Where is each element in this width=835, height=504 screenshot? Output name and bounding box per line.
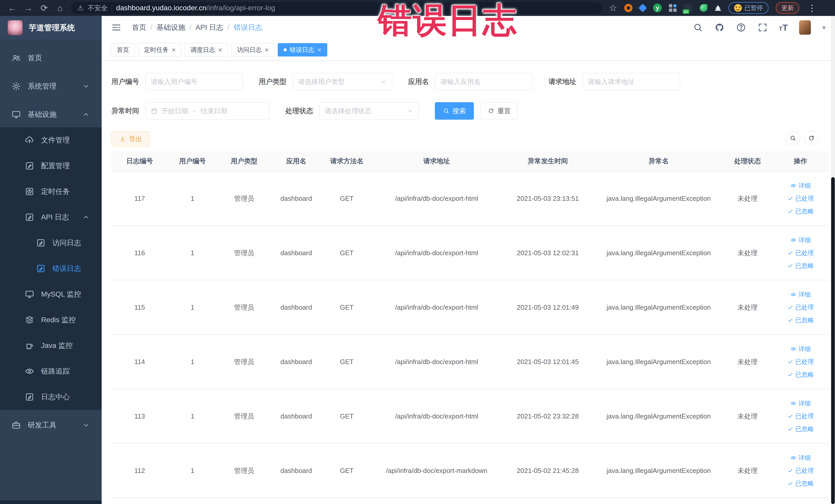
search-button[interactable]: 搜索 [435, 102, 474, 120]
user-avatar[interactable] [799, 20, 811, 35]
reset-button[interactable]: 重置 [481, 102, 518, 120]
chevron-down-icon[interactable]: ▾ [822, 23, 826, 32]
mark-processed-link[interactable]: 已处理 [787, 412, 814, 420]
close-icon[interactable]: × [172, 46, 176, 53]
tab[interactable]: 定时任务 × [138, 43, 182, 57]
cell-method: GET [321, 172, 372, 225]
check-icon [787, 250, 793, 256]
sidebar-item[interactable]: 首页 [0, 45, 102, 71]
mark-processed-link[interactable]: 已处理 [787, 249, 814, 257]
cell-user-id: 1 [168, 389, 217, 443]
sidebar-item[interactable]: 研发工具 [0, 412, 102, 438]
detail-link[interactable]: 详细 [790, 399, 811, 407]
sidebar-item[interactable]: Java 监控 [0, 333, 102, 358]
extension-target-icon[interactable] [624, 4, 632, 12]
tab[interactable]: 访问日志 × [231, 43, 274, 57]
breadcrumb-item[interactable]: 首页 / [132, 23, 152, 32]
process-status-select[interactable]: 请选择处理状态 [319, 102, 419, 120]
sidebar-item[interactable]: Redis 监控 [0, 307, 102, 333]
tab[interactable]: 首页 [111, 43, 135, 57]
refresh-table-button[interactable] [804, 131, 819, 145]
detail-link[interactable]: 详细 [790, 182, 811, 190]
close-icon[interactable]: × [265, 46, 268, 53]
browser-forward-button[interactable]: → [22, 3, 35, 13]
sidebar-item[interactable]: 定时任务 [0, 179, 102, 204]
hamburger-icon[interactable] [111, 22, 122, 33]
mark-processed-link[interactable]: 已处理 [787, 466, 814, 475]
sidebar-item[interactable]: 配置管理 [0, 153, 102, 179]
cell-process-status: 未处理 [723, 280, 772, 334]
browser-home-button[interactable]: ⌂ [54, 3, 67, 13]
user-id-input[interactable]: 请输入用户编号 [145, 73, 243, 90]
sidebar: 芋道管理系统 首页 系统管理 基础设施 文件管理 配置管理 定时任务 API 日… [0, 16, 102, 504]
cell-exception-name: java.lang.IllegalArgumentException [594, 226, 723, 280]
cell-log-id: 113 [111, 389, 168, 443]
browser-update-button[interactable]: 更新 [776, 2, 799, 14]
exception-time-range-picker[interactable]: 开始日期 - 结束日期 [145, 102, 269, 120]
error-log-table: 日志编号 用户编号 用户类型 应用名 请求方法名 请求地址 异常发生时间 异常名… [111, 151, 829, 498]
app-logo[interactable]: 芋道管理系统 [0, 16, 102, 40]
detail-link[interactable]: 详细 [790, 454, 811, 462]
people-icon [11, 53, 21, 63]
adblock-extension-icon[interactable]: on [684, 4, 693, 12]
mark-ignored-link[interactable]: 已忽略 [787, 425, 814, 433]
user-type-select[interactable]: 请选择用户类型 [292, 73, 392, 90]
sidebar-item[interactable]: 错误日志 [0, 256, 102, 281]
app-name-input[interactable]: 请输入应用名 [435, 73, 533, 90]
request-url-input[interactable]: 请输入请求地址 [583, 73, 680, 90]
mark-ignored-link[interactable]: 已忽略 [787, 370, 814, 379]
extension-y-icon[interactable]: y [653, 4, 662, 12]
cell-actions: 详细 已处理 已忽略 [772, 444, 829, 498]
mark-processed-link[interactable]: 已处理 [787, 303, 814, 311]
breadcrumb-item[interactable]: 错误日志 [233, 23, 262, 32]
mark-ignored-link[interactable]: 已忽略 [787, 262, 814, 270]
refresh-icon [488, 107, 494, 114]
detail-link[interactable]: 详细 [790, 236, 811, 244]
cell-process-status: 未处理 [723, 389, 772, 443]
breadcrumb-item[interactable]: 基础设施 / [157, 23, 191, 32]
close-icon[interactable]: × [218, 46, 222, 53]
tab[interactable]: 错误日志 × [278, 43, 327, 57]
tab[interactable]: 调度日志 × [185, 43, 228, 57]
extension-grid-icon[interactable] [669, 4, 677, 12]
detail-link[interactable]: 详细 [790, 345, 811, 353]
cell-method: GET [321, 389, 372, 443]
export-button[interactable]: 导出 [111, 132, 150, 146]
browser-menu-icon[interactable]: ⋮ [808, 3, 816, 13]
sidebar-item[interactable]: 文件管理 [0, 127, 102, 153]
monitor-icon [25, 289, 34, 299]
toggle-search-button[interactable] [786, 131, 800, 145]
mark-processed-link[interactable]: 已处理 [787, 358, 814, 366]
sidebar-item[interactable]: 访问日志 [0, 230, 102, 256]
bookmark-star-icon[interactable]: ☆ [609, 3, 617, 13]
table-row: 114 1 管理员 dashboard GET /api/infra/db-do… [111, 335, 829, 389]
extension-gem-icon[interactable] [640, 5, 646, 11]
tampermonkey-paused-button[interactable]: 已暂停 [729, 2, 769, 14]
breadcrumb-item[interactable]: API 日志 / [196, 23, 230, 32]
address-bar[interactable]: ⚠ 不安全 dashboard.yudao.iocoder.cn/infra/l… [71, 2, 602, 14]
sidebar-item[interactable]: 日志中心 [0, 384, 102, 410]
page-scrollbar[interactable] [831, 16, 835, 504]
scrollbar-thumb[interactable] [831, 177, 835, 504]
detail-link[interactable]: 详细 [790, 290, 811, 299]
mark-ignored-link[interactable]: 已忽略 [787, 479, 814, 488]
search-icon[interactable] [693, 22, 703, 33]
browser-reload-button[interactable]: ⟳ [38, 3, 51, 13]
refresh-icon [808, 135, 815, 141]
sidebar-item[interactable]: MySQL 监控 [0, 281, 102, 307]
sidebar-item[interactable]: API 日志 [0, 204, 102, 230]
sidebar-item[interactable]: 基础设施 [0, 102, 102, 127]
sidebar-item[interactable]: 系统管理 [0, 74, 102, 99]
extension-tree-icon[interactable] [715, 5, 721, 11]
sidebar-item[interactable]: 链路追踪 [0, 358, 102, 384]
font-size-icon[interactable]: TT [779, 23, 788, 33]
fullscreen-icon[interactable] [757, 22, 768, 33]
mark-processed-link[interactable]: 已处理 [787, 194, 814, 203]
extension-leaf-icon[interactable] [700, 4, 708, 12]
github-icon[interactable] [714, 22, 725, 33]
mark-ignored-link[interactable]: 已忽略 [787, 316, 814, 324]
browser-back-button[interactable]: ← [6, 3, 19, 13]
mark-ignored-link[interactable]: 已忽略 [787, 207, 814, 216]
close-icon[interactable]: × [318, 46, 321, 53]
help-icon[interactable] [736, 22, 746, 33]
